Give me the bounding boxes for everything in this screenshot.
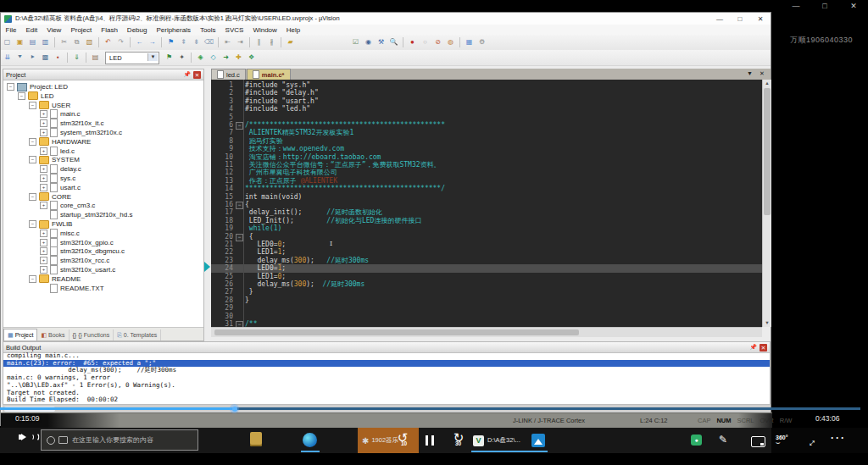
expand-icon[interactable]: + xyxy=(40,257,47,264)
menu-window[interactable]: Window xyxy=(248,26,281,34)
uvision-restore-button[interactable]: □ xyxy=(730,14,750,25)
taskbar-item-uvision[interactable]: V D:\A盘32\... xyxy=(471,428,531,453)
debug-start-icon[interactable]: ➜ xyxy=(221,53,231,63)
pack-installer-icon[interactable]: ◇ xyxy=(209,53,219,63)
tree-item-fwlib[interactable]: −FWLIB xyxy=(29,219,72,229)
uvision-close-button[interactable]: ✕ xyxy=(750,14,771,25)
save-icon[interactable]: ▤ xyxy=(28,37,38,47)
translate-icon[interactable]: ⇊ xyxy=(3,53,13,63)
tree-item-readme.txt[interactable]: −README.TXT xyxy=(40,284,104,293)
screenshot-button[interactable] xyxy=(751,436,765,447)
tree-item-led[interactable]: −LED xyxy=(18,91,54,101)
tree-item-stm32f10x-usart.c[interactable]: +stm32f10x_usart.c xyxy=(40,265,115,274)
tab-close-icon[interactable]: ✕ xyxy=(760,70,765,76)
pin-icon[interactable]: 📌 xyxy=(749,344,757,351)
configure-book-icon[interactable]: ▰ xyxy=(286,37,296,47)
pause-button[interactable] xyxy=(424,434,436,449)
tree-item-stm32f10x-gpio.c[interactable]: +stm32f10x_gpio.c xyxy=(40,238,114,247)
menu-svcs[interactable]: SVCS xyxy=(220,26,248,34)
tree-item-stm32f10x-rcc.c[interactable]: +stm32f10x_rcc.c xyxy=(40,256,109,265)
cut-icon[interactable]: ✂ xyxy=(59,37,70,47)
panel-tab-books[interactable]: ◧Books xyxy=(37,329,69,340)
expand-icon[interactable]: + xyxy=(40,230,47,237)
collapse-icon[interactable]: − xyxy=(29,275,36,283)
tree-item-system[interactable]: −SYSTEM xyxy=(29,155,80,164)
progress-bar-elapsed[interactable] xyxy=(0,407,235,410)
copy-icon[interactable]: ⧉ xyxy=(72,37,82,47)
target-options-icon[interactable]: ▤ xyxy=(91,53,101,63)
navigate-back-icon[interactable]: ← xyxy=(135,37,145,47)
player-maximize-button[interactable]: □ xyxy=(815,0,834,12)
expand-icon[interactable]: + xyxy=(40,239,47,246)
collapse-icon[interactable]: − xyxy=(29,102,36,109)
tree-item-stm32f10x-it.c[interactable]: +stm32f10x_it.c xyxy=(40,119,104,128)
paste-icon[interactable]: ▧ xyxy=(85,37,95,47)
manage-rte-icon[interactable]: ◈ xyxy=(196,53,206,63)
uncomment-icon[interactable]: ∦ xyxy=(267,37,277,47)
bookmark-next-icon[interactable]: ⇟ xyxy=(192,37,202,47)
build-output-close-icon[interactable]: ✕ xyxy=(760,344,767,352)
bookmark-prev-icon[interactable]: ⇞ xyxy=(179,37,189,47)
menu-edit[interactable]: Edit xyxy=(21,26,42,34)
build-icon[interactable]: ⯆ xyxy=(15,53,25,63)
splitter-collapse-arrow-icon[interactable] xyxy=(204,262,210,272)
navigate-forward-icon[interactable]: → xyxy=(147,37,158,47)
menu-file[interactable]: File xyxy=(1,26,21,34)
player-close-button[interactable]: ✕ xyxy=(844,0,863,12)
indent-icon[interactable]: ⇥ xyxy=(236,37,246,47)
tree-item-usart.c[interactable]: +usart.c xyxy=(40,183,81,192)
flag-check-icon[interactable]: ⚑ xyxy=(164,53,175,63)
window-layout-icon[interactable]: ▦ xyxy=(465,37,475,47)
target-select[interactable]: LED▼ xyxy=(105,52,159,64)
collapse-icon[interactable]: − xyxy=(29,156,36,163)
tree-item-readme[interactable]: −README xyxy=(29,274,81,284)
uvision-minimize-button[interactable]: — xyxy=(709,14,730,25)
tree-item-main.c[interactable]: +main.c xyxy=(40,109,81,119)
editor-vertical-scrollbar[interactable]: ▲ ▼ xyxy=(762,80,771,327)
chevron-down-icon[interactable]: ▼ xyxy=(147,53,158,61)
batch-build-icon[interactable]: ▩ xyxy=(41,53,51,63)
tree-item-startup-stm32f10x-hd.s[interactable]: −startup_stm32f10x_hd.s xyxy=(40,210,132,219)
build-log-line[interactable]: Build Time Elapsed: 00:00:02 xyxy=(7,396,118,404)
expand-icon[interactable]: + xyxy=(40,119,47,127)
expand-icon[interactable]: + xyxy=(40,247,47,255)
tree-item-delay.c[interactable]: +delay.c xyxy=(40,164,81,174)
scroll-down-icon[interactable]: ▼ xyxy=(763,319,771,327)
taskbar-item-notes[interactable] xyxy=(250,432,262,446)
collapse-icon[interactable]: − xyxy=(29,220,36,228)
options-wrench-icon[interactable]: ⚒ xyxy=(376,37,387,47)
collapse-icon[interactable]: − xyxy=(29,193,36,201)
tab-list-dropdown-icon[interactable]: ▼ xyxy=(747,70,753,76)
tree-item-hardware[interactable]: −HARDWARE xyxy=(29,137,91,147)
tree-item-project-led[interactable]: −Project: LED xyxy=(7,82,68,91)
code-editor[interactable]: 1#include "sys.h"2#include "delay.h"3#in… xyxy=(211,80,762,327)
editor-horizontal-scrollbar[interactable] xyxy=(211,327,762,337)
annotate-pencil-button[interactable]: ✎ xyxy=(719,434,727,446)
menu-view[interactable]: View xyxy=(42,26,66,34)
expand-icon[interactable]: + xyxy=(40,110,47,118)
editor-hscroll-thumb[interactable] xyxy=(214,329,579,335)
download-icon[interactable]: ⇓ xyxy=(72,53,82,63)
tree-item-sys.c[interactable]: +sys.c xyxy=(40,174,75,183)
menu-debug[interactable]: Debug xyxy=(122,26,152,34)
breakpoint-insert-icon[interactable]: ● xyxy=(408,37,418,47)
tray-chat-icon[interactable]: ● xyxy=(691,435,702,446)
tree-item-user[interactable]: −USER xyxy=(29,101,70,110)
books-green-icon[interactable]: ❖ xyxy=(247,53,257,63)
bookmark-icon[interactable]: ⚑ xyxy=(166,37,176,47)
tree-item-core[interactable]: −CORE xyxy=(29,192,71,202)
progress-handle[interactable] xyxy=(230,404,239,413)
comment-icon[interactable]: ∥ xyxy=(254,37,264,47)
taskbar-search-box[interactable]: 在这里输入你要搜索的内容 xyxy=(41,429,198,451)
new-file-icon[interactable]: ▢ xyxy=(3,37,13,47)
tree-item-led.c[interactable]: +led.c xyxy=(40,147,75,156)
volume-button[interactable] xyxy=(19,434,38,440)
breakpoint-disable-icon[interactable]: ⊘ xyxy=(433,37,443,47)
run-person-icon[interactable]: ✦ xyxy=(177,53,187,63)
rotate-360-button[interactable]: 360°⌣ xyxy=(776,435,787,445)
find-in-files-icon[interactable]: 🔍 xyxy=(389,37,399,47)
expand-icon[interactable]: + xyxy=(40,184,47,191)
scroll-up-icon[interactable]: ▲ xyxy=(763,80,771,87)
editor-tab-main-c[interactable]: main.c* xyxy=(247,69,291,80)
open-file-icon[interactable]: ▣ xyxy=(15,37,25,47)
